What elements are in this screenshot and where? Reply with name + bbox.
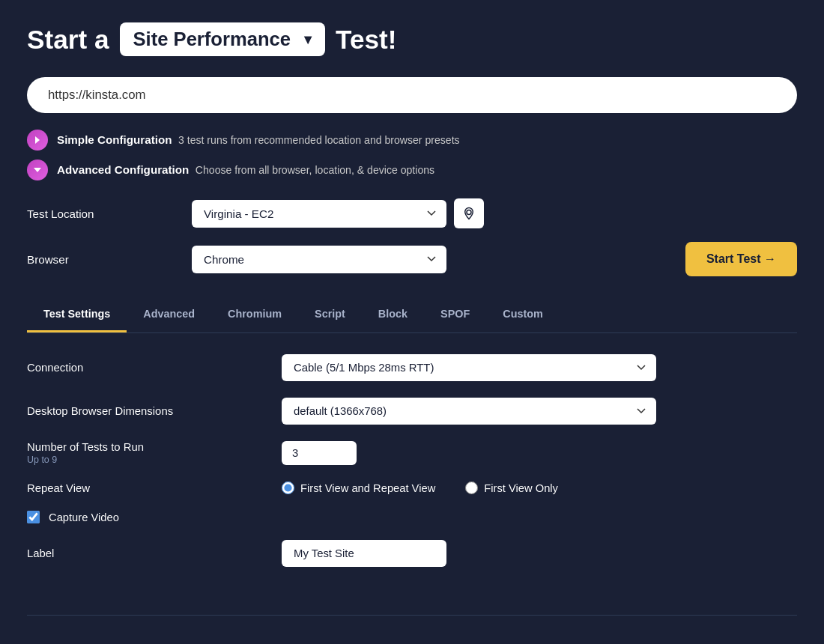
test-location-select[interactable]: Virginia - EC2 California London Tokyo S… [192,200,446,228]
advanced-config-desc: Choose from all browser, location, & dev… [196,164,434,176]
tab-custom[interactable]: Custom [486,297,560,332]
connection-select[interactable]: Cable (5/1 Mbps 28ms RTT) DSL (1.5 Mbps … [282,354,656,381]
svg-point-2 [467,210,471,215]
chevron-down-icon [32,165,43,175]
label-input[interactable] [282,540,446,567]
test-location-controls: Virginia - EC2 California London Tokyo S… [192,198,797,228]
num-tests-sublabel: Up to 9 [27,455,267,465]
browser-label: Browser [27,253,177,266]
test-type-dropdown[interactable]: Site Performance ▾ [120,22,326,56]
label-row: Label [27,540,797,567]
tab-test-settings[interactable]: Test Settings [27,297,127,332]
advanced-config-icon [27,160,48,180]
location-pin-button[interactable] [454,198,484,228]
tab-content-test-settings: Connection Cable (5/1 Mbps 28ms RTT) DSL… [27,333,797,591]
tabs-bar: Test Settings Advanced Chromium Script B… [27,297,797,333]
test-text: Test! [336,25,396,55]
capture-video-label[interactable]: Capture Video [49,511,119,523]
start-text: Start a [27,25,109,55]
num-tests-label: Number of Tests to Run [27,441,267,453]
page-header: Start a Site Performance ▾ Test! [27,22,797,56]
browser-row: Browser Chrome Firefox Edge Safari Start… [27,242,797,276]
connection-row: Connection Cable (5/1 Mbps 28ms RTT) DSL… [27,354,797,381]
svg-marker-0 [35,136,40,144]
simple-config-label: Simple Configuration [57,133,172,146]
first-only-view-text: First View Only [484,482,558,494]
first-repeat-view-radio[interactable] [282,482,294,494]
repeat-view-label: Repeat View [27,482,267,494]
svg-marker-1 [34,168,41,172]
browser-select[interactable]: Chrome Firefox Edge Safari [192,246,446,273]
test-location-label: Test Location [27,207,177,220]
start-test-button[interactable]: Start Test → [685,242,797,276]
location-pin-icon [462,207,476,220]
test-location-row: Test Location Virginia - EC2 California … [27,198,797,228]
num-tests-input-wrap [282,441,797,465]
chevron-right-icon [32,135,43,145]
url-input[interactable] [27,77,797,113]
tab-chromium[interactable]: Chromium [211,297,298,332]
browser-select-group: Browser Chrome Firefox Edge Safari [27,246,685,273]
test-type-label: Site Performance [133,28,291,50]
dimensions-select[interactable]: default (1366x768) 1920x1080 1280x1024 2… [282,398,656,425]
tab-spof[interactable]: SPOF [424,297,486,332]
label-field-label: Label [27,547,267,559]
dimensions-label: Desktop Browser Dimensions [27,405,267,417]
tab-script[interactable]: Script [298,297,362,332]
repeat-view-row: Repeat View First View and Repeat View F… [27,482,797,494]
first-repeat-view-text: First View and Repeat View [300,482,435,494]
tab-advanced[interactable]: Advanced [127,297,211,332]
simple-config-icon [27,130,48,151]
capture-video-checkbox[interactable] [27,511,40,523]
dimensions-row: Desktop Browser Dimensions default (1366… [27,398,797,425]
first-repeat-view-option[interactable]: First View and Repeat View [282,482,435,494]
advanced-config-label: Advanced Configuration [57,163,189,176]
advanced-config-row[interactable]: Advanced Configuration Choose from all b… [27,160,797,180]
tab-block[interactable]: Block [362,297,424,332]
num-tests-input[interactable] [282,441,357,465]
num-tests-row: Number of Tests to Run Up to 9 [27,441,797,465]
simple-config-row[interactable]: Simple Configuration 3 test runs from re… [27,130,797,151]
simple-config-desc: 3 test runs from recommended location an… [178,134,460,146]
chevron-down-icon: ▾ [304,31,312,48]
first-only-view-option[interactable]: First View Only [465,482,558,494]
connection-label: Connection [27,362,267,374]
first-only-view-radio[interactable] [465,482,478,494]
repeat-view-options: First View and Repeat View First View On… [282,482,797,494]
bottom-divider [27,615,797,616]
capture-video-row: Capture Video [27,511,797,523]
